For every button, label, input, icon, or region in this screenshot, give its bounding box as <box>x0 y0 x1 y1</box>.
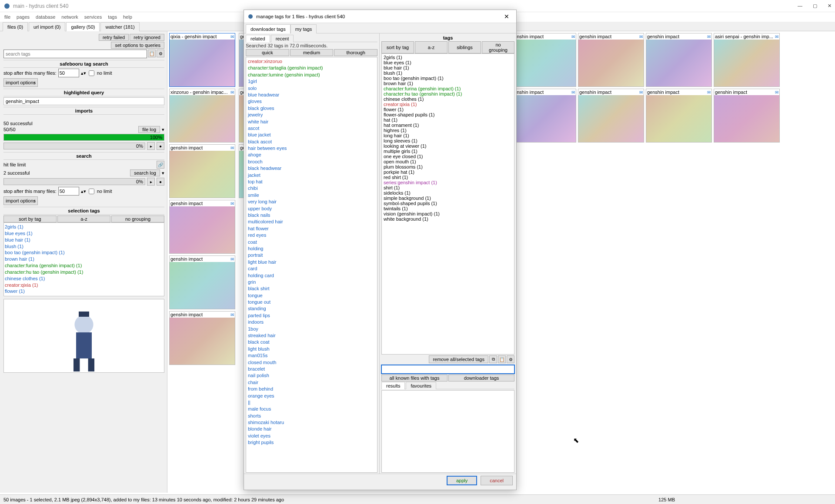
chevron-down-icon[interactable]: ▾ <box>162 170 164 176</box>
related-tag[interactable]: chair <box>248 379 375 386</box>
related-tag[interactable]: streaked hair <box>248 332 375 339</box>
thumbnail[interactable]: genshin impact✉ <box>510 33 576 87</box>
related-tag[interactable]: shimozaki hotaru <box>248 419 375 426</box>
current-tag[interactable]: twintails (1) <box>384 206 512 211</box>
related-tag[interactable]: smile <box>248 192 375 199</box>
current-tags-list[interactable]: 2girls (1)blue eyes (1)blue hair (1)blus… <box>381 53 514 355</box>
gear-icon[interactable]: ⚙ <box>507 355 514 363</box>
siblings-button[interactable]: siblings <box>448 41 481 53</box>
current-tag[interactable]: blue hair (1) <box>384 65 512 70</box>
stop-icon[interactable]: ● <box>157 178 164 186</box>
current-tag[interactable]: simple background (1) <box>384 196 512 201</box>
related-tag[interactable]: red eyes <box>248 232 375 239</box>
current-tag[interactable]: character:hu tao (genshin impact) (1) <box>384 91 512 96</box>
related-tag[interactable]: white hair <box>248 119 375 125</box>
thumbnail[interactable]: genshin impact✉ <box>169 311 235 365</box>
related-tag[interactable]: standing <box>248 305 375 312</box>
main-tab[interactable]: url import (0) <box>29 22 65 31</box>
related-tag[interactable]: jacket <box>248 172 375 179</box>
related-tag[interactable]: bracelet <box>248 366 375 372</box>
thumbnail[interactable]: genshin impact✉ <box>714 89 780 143</box>
current-tag[interactable]: white background (1) <box>384 216 512 222</box>
related-tag[interactable]: portrait <box>248 252 375 259</box>
thumbnail[interactable]: genshin impact✉ <box>646 33 712 87</box>
stop-after-spin[interactable] <box>58 69 79 77</box>
related-tag[interactable]: black gloves <box>248 105 375 112</box>
related-tag[interactable]: hair between eyes <box>248 145 375 152</box>
related-tag[interactable]: upper body <box>248 206 375 212</box>
menu-services[interactable]: services <box>84 14 102 20</box>
menu-database[interactable]: database <box>36 14 55 20</box>
related-tag[interactable]: man015s <box>248 352 375 359</box>
menu-pages[interactable]: pages <box>17 14 30 20</box>
minimize-icon[interactable]: — <box>798 3 802 9</box>
current-tag[interactable]: multiple girls (1) <box>384 149 512 154</box>
main-tab[interactable]: watcher (181) <box>100 22 139 31</box>
thumbnail[interactable]: genshin impact✉ <box>169 144 235 198</box>
gear-icon[interactable]: ⚙ <box>157 50 164 57</box>
maximize-icon[interactable]: ▢ <box>813 3 817 9</box>
current-tag[interactable]: hat (1) <box>384 117 512 123</box>
tag-input[interactable] <box>381 365 514 374</box>
related-tag[interactable]: light blue hair <box>248 259 375 265</box>
related-tag[interactable]: coat <box>248 239 375 245</box>
current-tag[interactable]: blush (1) <box>384 70 512 76</box>
current-tag[interactable]: open mouth (1) <box>384 159 512 164</box>
tag-item[interactable]: flower-shaped pupils (1) <box>5 295 163 296</box>
tag-item[interactable]: blue hair (1) <box>5 237 163 243</box>
retry-ignored-button[interactable]: retry ignored <box>130 34 164 41</box>
tag-item[interactable]: 2girls (1) <box>5 224 163 230</box>
current-tag[interactable]: hat ornament (1) <box>384 123 512 128</box>
current-tag[interactable]: chinese clothes (1) <box>384 96 512 102</box>
current-tag[interactable]: character:furina (genshin impact) (1) <box>384 86 512 91</box>
tag-item[interactable]: chinese clothes (1) <box>5 275 163 282</box>
current-tag[interactable]: symbol-shaped pupils (1) <box>384 201 512 206</box>
search-log-button[interactable]: search log <box>130 169 160 176</box>
apply-button[interactable]: apply <box>447 476 477 485</box>
current-tag[interactable]: red shirt (1) <box>384 175 512 180</box>
related-tag[interactable]: ahoge <box>248 152 375 158</box>
spin-arrows-icon[interactable]: ▴▾ <box>81 70 86 76</box>
related-tag[interactable]: brooch <box>248 159 375 165</box>
sort-az-button[interactable]: a-z <box>415 41 448 53</box>
related-tag[interactable]: tongue out <box>248 299 375 305</box>
related-tag[interactable]: violet eyes <box>248 433 375 439</box>
related-tag[interactable]: orange eyes <box>248 393 375 399</box>
current-tag[interactable]: highres (1) <box>384 128 512 133</box>
current-tag[interactable]: long sleeves (1) <box>384 138 512 143</box>
related-tag[interactable]: jewelry <box>248 112 375 118</box>
tag-item[interactable]: blush (1) <box>5 243 163 250</box>
stop-icon[interactable]: ● <box>157 142 164 150</box>
retry-failed-button[interactable]: retry failed <box>99 34 129 41</box>
related-tag[interactable]: top hat <box>248 179 375 185</box>
medium-button[interactable]: medium <box>290 49 334 56</box>
no-limit-checkbox-2[interactable] <box>89 189 94 194</box>
link-icon[interactable]: 🔗 <box>157 161 164 169</box>
current-tag[interactable]: flower (1) <box>384 107 512 112</box>
main-tab[interactable]: gallery (50) <box>66 22 100 31</box>
menu-help[interactable]: help <box>123 14 132 20</box>
related-tag[interactable]: parted lips <box>248 312 375 319</box>
current-tag[interactable]: long hair (1) <box>384 133 512 138</box>
thorough-button[interactable]: thorough <box>334 49 377 56</box>
thumbnail[interactable]: genshin impact✉ <box>578 89 644 143</box>
current-tag[interactable]: plum blossoms (1) <box>384 164 512 169</box>
related-tag[interactable]: 1boy <box>248 326 375 332</box>
no-grouping-button[interactable]: no grouping <box>111 216 164 222</box>
related-tag[interactable]: male focus <box>248 406 375 412</box>
current-tag[interactable]: 2girls (1) <box>384 55 512 60</box>
current-tag[interactable]: boo tao (genshin impact) (1) <box>384 76 512 81</box>
related-tag[interactable]: black nails <box>248 212 375 219</box>
tag-item[interactable]: boo tao (genshin impact) (1) <box>5 249 163 256</box>
current-tag[interactable]: brown hair (1) <box>384 81 512 86</box>
sort-by-tag-button[interactable]: sort by tag <box>381 41 414 53</box>
search-tags-input[interactable] <box>3 50 147 58</box>
thumbnail[interactable]: genshin impact✉ <box>169 200 235 254</box>
chevron-down-icon[interactable]: ▾ <box>162 127 164 133</box>
related-tag[interactable]: blonde hair <box>248 426 375 432</box>
related-tag[interactable]: from behind <box>248 386 375 392</box>
thumbnail[interactable]: asiri senpai - genshin imp...✉ <box>714 33 780 87</box>
related-tag[interactable]: gloves <box>248 98 375 105</box>
related-tag[interactable]: black coat <box>248 339 375 345</box>
thumbnail[interactable]: xinzoruo - genshin impac...✉ <box>169 89 235 143</box>
